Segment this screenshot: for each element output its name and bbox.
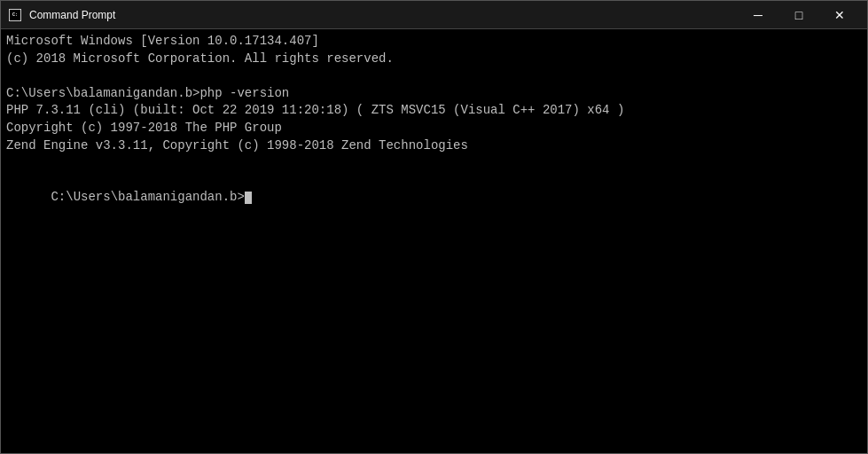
terminal-line-5: Copyright (c) 1997-2018 The PHP Group	[6, 120, 862, 137]
terminal-line-3: C:\Users\balamanigandan.b>php -version	[6, 85, 862, 103]
title-bar: Command Prompt ─ □ ✕	[1, 1, 867, 29]
title-bar-controls: ─ □ ✕	[738, 1, 860, 29]
minimize-button[interactable]: ─	[738, 1, 778, 29]
close-button[interactable]: ✕	[819, 1, 860, 29]
terminal-line-2: (c) 2018 Microsoft Corporation. All righ…	[6, 51, 862, 68]
terminal-body[interactable]: Microsoft Windows [Version 10.0.17134.40…	[1, 29, 867, 453]
maximize-button[interactable]: □	[778, 1, 819, 29]
terminal-line-7: C:\Users\balamanigandan.b>	[6, 172, 862, 224]
title-bar-left: Command Prompt	[8, 8, 115, 22]
terminal-empty-2	[6, 154, 862, 172]
terminal-line-1: Microsoft Windows [Version 10.0.17134.40…	[6, 33, 862, 51]
window-title: Command Prompt	[29, 9, 115, 21]
terminal-line-4: PHP 7.3.11 (cli) (built: Oct 22 2019 11:…	[6, 102, 862, 120]
terminal-line-6: Zend Engine v3.3.11, Copyright (c) 1998-…	[6, 137, 862, 155]
command-prompt-window: Command Prompt ─ □ ✕ Microsoft Windows […	[0, 0, 868, 454]
terminal-empty-1	[6, 67, 862, 85]
terminal-prompt: C:\Users\balamanigandan.b>	[51, 190, 244, 204]
terminal-cursor	[245, 192, 252, 204]
cmd-icon	[8, 8, 22, 22]
